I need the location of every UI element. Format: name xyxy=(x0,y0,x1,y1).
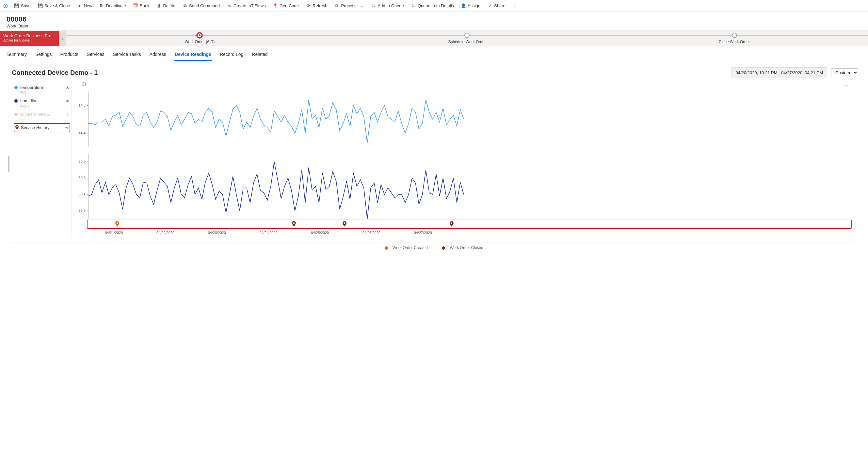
book-button[interactable]: 📅Book xyxy=(130,2,153,9)
line-chart: 14.414.650.250.450.650.8 xyxy=(75,82,467,219)
svg-point-1 xyxy=(16,126,18,127)
map-pin-icon xyxy=(15,125,19,130)
save-close-icon: 💾 xyxy=(38,4,42,8)
new-button[interactable]: ＋New xyxy=(74,2,95,9)
closed-swatch-icon xyxy=(442,246,445,250)
overflow-menu[interactable]: ⋮ xyxy=(511,2,519,9)
save-close-button[interactable]: 💾Save & Close xyxy=(35,2,73,9)
tab-address[interactable]: Address xyxy=(149,50,167,61)
series-agg[interactable]: avg ⌄ xyxy=(20,103,64,108)
svg-point-10 xyxy=(344,222,345,224)
stage-work-order[interactable]: Work Order (6 D) xyxy=(66,31,334,46)
stage-label: Work Order (6 D) xyxy=(185,39,215,44)
series-swatch-icon xyxy=(14,113,18,116)
time-range-select[interactable]: Custom xyxy=(831,68,858,77)
refresh-label: Refresh xyxy=(312,3,328,8)
svg-point-11 xyxy=(451,222,452,224)
tab-service-tasks[interactable]: Service Tasks xyxy=(112,50,142,61)
person-icon: 👤 xyxy=(461,4,466,8)
share-label: Share xyxy=(494,3,505,8)
legend-item-humidity[interactable]: humidity avg ⌄ 👁 xyxy=(14,96,70,110)
book-label: Book xyxy=(140,3,150,8)
tab-related[interactable]: Related xyxy=(251,50,268,61)
save-label: Save xyxy=(21,3,31,8)
record-type: Work Order xyxy=(6,24,862,28)
record-header: 00006 Work Order xyxy=(0,12,868,30)
service-history-label: Service History xyxy=(21,125,64,130)
share-button[interactable]: ↗Share xyxy=(484,2,509,9)
geo-code-button[interactable]: 📍Geo Code xyxy=(270,2,302,9)
deactivate-button[interactable]: 🗎Deactivate xyxy=(96,2,129,9)
process-flag[interactable]: Work Order Business Pro... Active for 6 … xyxy=(0,31,59,46)
queue-details-button[interactable]: 🗂Queue Item Details xyxy=(408,2,457,9)
event-legend: Work Order Created Work Order Closed xyxy=(10,242,858,251)
stage-schedule[interactable]: Schedule Work Order xyxy=(334,31,601,46)
plus-icon: ＋ xyxy=(77,4,82,8)
svg-text:50.4: 50.4 xyxy=(79,192,86,196)
process-collapse-button[interactable]: ‹ xyxy=(59,31,66,46)
deactivate-label: Deactivate xyxy=(106,3,126,8)
layers-icon[interactable] xyxy=(81,82,86,88)
svg-point-0 xyxy=(4,4,7,7)
create-iot-button[interactable]: ∿Create IoT Flows xyxy=(224,2,269,9)
event-pin-icon[interactable] xyxy=(291,221,296,228)
event-pin-icon[interactable] xyxy=(450,221,454,228)
visibility-toggle-icon[interactable]: 👁 xyxy=(66,112,69,117)
send-command-button[interactable]: ⧉Send Command xyxy=(179,2,223,9)
save-button[interactable]: 💾Save xyxy=(11,2,34,9)
visibility-toggle-icon[interactable]: 👁 xyxy=(66,99,69,104)
send-command-label: Send Command xyxy=(189,3,220,8)
time-range-display[interactable]: 04/20/2020, 10:21 PM - 04/27/2020, 04:21… xyxy=(732,67,827,78)
tab-settings[interactable]: Settings xyxy=(35,50,53,61)
event-pin-icon[interactable] xyxy=(115,221,120,228)
chevron-down-icon: ⌄ xyxy=(361,3,364,8)
svg-text:04/21/2020: 04/21/2020 xyxy=(105,231,123,235)
legend-service-history[interactable]: Service History 👁 xyxy=(14,123,70,133)
assign-button[interactable]: 👤Assign xyxy=(458,2,484,9)
flow-icon: ∿ xyxy=(227,4,231,8)
process-name: Work Order Business Pro... xyxy=(3,33,56,38)
created-label: Work Order Created xyxy=(393,245,428,250)
save-close-label: Save & Close xyxy=(44,3,70,8)
refresh-icon: ⟳ xyxy=(306,4,311,8)
series-swatch-icon xyxy=(14,99,18,103)
delete-button[interactable]: 🗑Delete xyxy=(153,2,179,9)
created-swatch-icon xyxy=(385,246,388,250)
queue-details-label: Queue Item Details xyxy=(418,3,454,8)
chart-more-menu[interactable]: ⋯ xyxy=(844,82,850,89)
delete-label: Delete xyxy=(163,3,175,8)
process-icon: ⧉ xyxy=(335,4,339,8)
stage-close[interactable]: Close Work Order xyxy=(600,31,868,46)
assign-label: Assign xyxy=(468,3,480,8)
svg-text:04/24/2020: 04/24/2020 xyxy=(259,231,277,235)
svg-point-8 xyxy=(117,222,118,224)
tab-record-log[interactable]: Record Log xyxy=(219,50,244,61)
visibility-toggle-icon[interactable]: 👁 xyxy=(66,86,69,90)
event-pin-icon[interactable] xyxy=(342,221,347,228)
series-name: temperature xyxy=(20,85,64,90)
back-chevron-icon[interactable] xyxy=(3,3,8,9)
add-queue-button[interactable]: 🗂Add to Queue xyxy=(368,2,407,9)
series-agg[interactable]: avg ⌄ xyxy=(20,90,64,94)
geo-code-label: Geo Code xyxy=(280,3,299,8)
send-icon: ⧉ xyxy=(183,4,187,8)
tab-summary[interactable]: Summary xyxy=(6,50,27,61)
legend-item-accelerometerZ[interactable]: accelerometerZ avg ⌄ 👁 xyxy=(14,110,70,123)
tab-services[interactable]: Services xyxy=(86,50,105,61)
create-iot-label: Create IoT Flows xyxy=(234,3,266,8)
refresh-button[interactable]: ⟳Refresh xyxy=(303,2,331,9)
legend-item-temperature[interactable]: temperature avg ⌄ 👁 xyxy=(14,83,70,96)
svg-text:04/27/2020: 04/27/2020 xyxy=(414,231,432,235)
share-icon: ↗ xyxy=(488,4,492,8)
tab-device-readings[interactable]: Device Readings xyxy=(174,50,212,61)
series-name: humidity xyxy=(20,98,64,103)
process-button[interactable]: ⧉Process⌄ xyxy=(332,2,367,9)
series-agg[interactable]: avg ⌄ xyxy=(20,117,64,121)
calendar-icon: 📅 xyxy=(133,4,138,8)
svg-text:04/26/2020: 04/26/2020 xyxy=(363,231,380,235)
scroll-indicator[interactable] xyxy=(8,155,9,172)
visibility-toggle-icon[interactable]: 👁 xyxy=(65,126,69,130)
x-axis: 04/21/202004/22/202004/23/202004/24/2020… xyxy=(75,229,467,236)
tab-products[interactable]: Products xyxy=(60,50,79,61)
form-tabs: SummarySettingsProductsServicesService T… xyxy=(0,47,868,61)
